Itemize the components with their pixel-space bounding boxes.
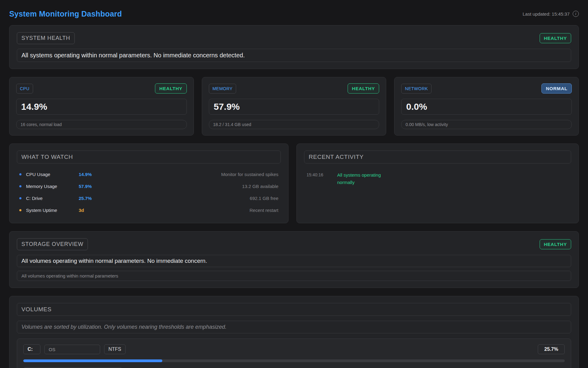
volume-percent: 25.7% [538,344,565,354]
dashboard-page: System Monitoring Dashboard Last updated… [0,0,588,368]
watch-item-value: 14.9% [79,172,119,177]
cpu-detail: 16 cores, normal load [16,120,187,129]
cpu-card-header: CPU HEALTHY [16,83,187,94]
topbar-right: Last updated: 15:45:37 i [523,11,579,17]
network-card: NETWORK NORMAL 0.0% 0.00 MB/s, low activ… [394,77,579,136]
cpu-status-badge: HEALTHY [155,83,187,94]
storage-overview-message: All volumes operating within normal para… [17,255,571,267]
volume-drive-letter: C: [23,344,40,354]
storage-overview-panel: STORAGE OVERVIEW HEALTHY All volumes ope… [9,231,579,288]
watch-item-note: 692.1 GB free [119,196,278,201]
cpu-value: 14.9% [16,99,187,115]
memory-detail: 18.2 / 31.4 GB used [209,120,379,129]
recent-activity-title: RECENT ACTIVITY [304,151,571,163]
memory-card-header: MEMORY HEALTHY [209,83,379,94]
volume-row-c: C: OS NTFS 25.7% 240.0 GB used • 692.1 G… [17,339,571,368]
system-health-status-badge: HEALTHY [540,33,571,43]
activity-timestamp: 15:40:16 [307,171,330,186]
watch-item-value: 25.7% [79,196,119,201]
memory-label: MEMORY [209,84,236,94]
watch-item-label: CPU Usage [26,172,79,177]
storage-overview-label: STORAGE OVERVIEW [17,238,88,250]
network-detail: 0.00 MB/s, low activity [401,120,572,129]
mid-row: WHAT TO WATCH CPU Usage 14.9% Monitor fo… [9,144,579,223]
volumes-title: VOLUMES [17,303,571,316]
watch-item-value: 57.9% [79,184,119,189]
bullet-dot-icon [19,197,21,199]
storage-overview-submessage: All volumes operating within normal para… [17,271,571,281]
activity-message: All systems operating normally [337,171,386,186]
volumes-panel: VOLUMES Volumes are sorted by utilizatio… [9,296,579,368]
page-title: System Monitoring Dashboard [9,10,122,18]
activity-entry: 15:40:16 All systems operating normally [304,168,571,189]
memory-card: MEMORY HEALTHY 57.9% 18.2 / 31.4 GB used [202,77,386,136]
volume-filesystem: NTFS [104,344,126,354]
watch-item-uptime: System Uptime 3d Recent restart [17,204,281,216]
system-health-message: All systems operating within normal para… [17,49,571,62]
storage-overview-header: STORAGE OVERVIEW HEALTHY [17,238,571,250]
cpu-label: CPU [16,84,33,94]
network-value: 0.0% [401,99,572,115]
watch-item-note: Monitor for sustained spikes [119,172,278,177]
system-health-panel: SYSTEM HEALTH HEALTHY All systems operat… [9,25,579,69]
topbar: System Monitoring Dashboard Last updated… [9,5,579,23]
info-icon[interactable]: i [573,11,579,17]
bullet-dot-icon [19,173,21,175]
storage-status-badge: HEALTHY [540,239,571,249]
watch-item-memory: Memory Usage 57.9% 13.2 GB available [17,180,281,192]
watch-item-cpu: CPU Usage 14.9% Monitor for sustained sp… [17,168,281,180]
metric-cards-row: CPU HEALTHY 14.9% 16 cores, normal load … [9,77,579,136]
what-to-watch-title: WHAT TO WATCH [17,151,281,163]
watch-item-label: C: Drive [26,196,79,201]
volume-usage-fill [23,359,162,362]
watch-item-note: Recent restart [119,208,278,213]
watch-item-label: System Uptime [26,208,79,213]
recent-activity-panel: RECENT ACTIVITY 15:40:16 All systems ope… [296,144,579,223]
system-health-label: SYSTEM HEALTH [17,32,75,44]
volumes-note: Volumes are sorted by utilization. Only … [17,321,571,333]
memory-value: 57.9% [209,99,379,115]
watch-item-cdrive: C: Drive 25.7% 692.1 GB free [17,192,281,204]
volume-row-header: C: OS NTFS 25.7% [23,344,565,354]
volume-usage-bar [23,359,565,362]
what-to-watch-panel: WHAT TO WATCH CPU Usage 14.9% Monitor fo… [9,144,288,223]
watch-item-value: 3d [79,208,119,213]
watch-item-note: 13.2 GB available [119,184,278,189]
volume-name: OS [44,345,100,354]
cpu-card: CPU HEALTHY 14.9% 16 cores, normal load [9,77,194,136]
watch-item-label: Memory Usage [26,184,79,189]
bullet-dot-icon [19,185,21,187]
network-label: NETWORK [401,84,432,94]
network-card-header: NETWORK NORMAL [401,83,572,94]
system-health-header: SYSTEM HEALTH HEALTHY [17,32,571,44]
network-status-badge: NORMAL [541,83,572,94]
memory-status-badge: HEALTHY [348,83,379,94]
last-updated-text: Last updated: 15:45:37 [523,11,570,17]
bullet-dot-icon [19,209,21,211]
